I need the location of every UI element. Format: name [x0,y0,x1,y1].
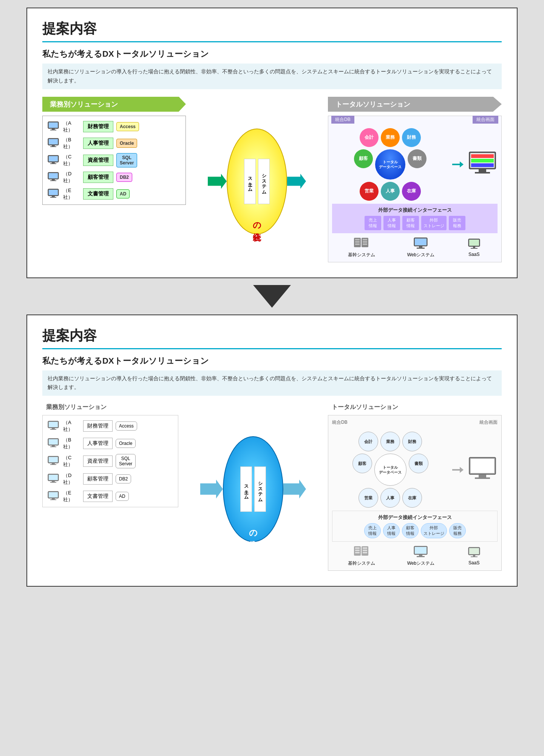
svg-rect-11 [50,163,56,164]
db-d2: DB2 [116,474,131,483]
company-e2-label: （E社） [63,490,80,503]
table-row: （E社） 文書管理 AD [46,187,182,201]
system-label-saas: SaaS [468,252,479,257]
slide2-description: 社内業務にソリューションの導入を行った場合に抱える閉鎖性、非効率、不整合といった… [42,370,502,396]
svg-rect-14 [52,179,55,180]
svg-rect-76 [363,552,367,553]
db-c: SQLServer [116,153,137,167]
svg-rect-78 [415,547,427,554]
svg-rect-79 [419,555,422,556]
left-header-2: 業務別ソリューション [42,403,178,411]
systems-row: 基幹システム Webシステム [332,237,498,258]
computer-icon [46,473,60,485]
right-header-2: トータルソリューション [328,403,502,411]
slide1-subtitle: 私たちが考えるDXトータルソリューション [42,48,502,60]
ext-item-sales: 売上情報 [365,216,381,230]
bubble2-customer: 顧客 [352,454,372,473]
company-e-label: （E社） [63,187,80,201]
svg-rect-49 [49,439,58,445]
system-item-saas: SaaS [467,237,482,258]
table-row: （C社） 資産管理 SQLServer [46,153,182,167]
pc-icon-2 [412,545,429,559]
ext-item2-sales2: 販売報務 [449,523,466,538]
company-a-label: （A社） [63,120,80,133]
cloud-icon-2 [467,545,482,559]
dept-d2: 顧客管理 [83,473,113,485]
slide2-title: 提案内容 [42,327,502,349]
systems-row-2: 基幹システム Webシステム [332,545,498,567]
svg-rect-75 [363,550,367,551]
svg-rect-54 [52,463,55,464]
server-icon [352,237,371,250]
db-b: Oracle [116,139,137,148]
system-bar-2: システム [254,466,266,512]
svg-rect-13 [49,173,58,178]
company-a2-label: （A社） [63,419,80,433]
scheme-bar-2: スキーム [240,466,252,512]
company-list-2: （A社） 財務管理 Access （B社） 人事管理 Oracle [42,415,178,507]
ext-item2-sales: 売上情報 [364,523,381,538]
company-b-label: （B社） [63,136,80,150]
slide1-description: 社内業務にソリューションの導入を行った場合に抱える閉鎖性、非効率、不整合といった… [42,64,502,89]
right-arrow [287,174,306,189]
company-d-label: （D社） [63,170,80,184]
svg-rect-18 [52,196,55,197]
server-icon-2 [352,545,371,559]
right-section: トータルソリューション 統合DB 統合画面 会計 業務 財務 顧客 トータルデー… [328,97,502,266]
svg-rect-62 [52,498,55,499]
svg-rect-25 [471,163,494,167]
ext-interface: 外部データ接続インターフェース 売上情報 人事情報 顧客情報 外部ストレージ 販… [332,204,498,233]
svg-rect-46 [52,428,55,429]
ext-item2-storage: 外部ストレージ [421,523,447,538]
svg-rect-57 [49,475,58,480]
svg-rect-47 [50,429,56,430]
svg-rect-37 [415,239,427,245]
computer-icon [46,121,60,132]
arrow-icon [452,161,464,168]
company-c2-label: （C社） [63,454,80,468]
svg-rect-17 [49,190,58,195]
company-list: （A社） 財務管理 Access （B社） 人事管理 Oracle [42,116,186,205]
svg-marker-64 [452,467,464,473]
ext-items: 売上情報 人事情報 顧客情報 外部ストレージ 販売報務 [335,216,495,230]
ext-item-customer: 顧客情報 [402,216,419,230]
bubble2-hr: 人事 [380,488,400,508]
ext-interface-label-2: 外部データ接続インターフェース [335,514,494,521]
slide2: 提案内容 私たちが考えるDXトータルソリューション 社内業務にソリューションの導… [26,314,518,587]
computer-icon [46,188,60,200]
between-slides-arrow [253,278,291,314]
svg-rect-45 [49,422,58,427]
ext-item-storage: 外部ストレージ [421,216,447,230]
ext-item2-hr: 人事情報 [383,523,400,538]
svg-rect-70 [355,547,360,549]
bubble-customer: 顧客 [354,149,373,168]
system-item-core: 基幹システム [348,237,375,258]
bubble2-inventory: 在庫 [402,488,422,508]
svg-rect-72 [355,552,360,553]
table-row: （E社） 文書管理 AD [46,490,174,503]
left-arrow-2 [200,480,223,499]
left-header: 業務別ソリューション [42,97,186,112]
computer-icon [46,491,60,502]
svg-rect-59 [50,482,56,483]
bubble2-business: 業務 [380,432,400,451]
computer-icon [46,420,60,432]
svg-rect-29 [355,239,360,240]
slide2-subtitle: 私たちが考えるDXトータルソリューション [42,355,502,367]
svg-rect-71 [355,550,360,551]
oval-integration: スキーム システム の統合 [227,129,287,234]
total-screen-label: 統合画面 [473,116,498,124]
computer-icon [46,138,60,149]
svg-rect-39 [417,248,425,249]
svg-rect-43 [471,248,478,249]
left-section-2: 業務別ソリューション （A社） 財務管理 Access [42,403,178,575]
computer-icon [46,438,60,449]
svg-rect-19 [50,197,56,198]
db-c2: SQLServer [116,454,136,468]
bubble-finance: 財務 [402,128,421,147]
slide2-diagram: 業務別ソリューション （A社） 財務管理 Access [42,403,502,575]
svg-rect-53 [49,457,58,462]
svg-rect-83 [473,555,475,556]
middle-section-2: スキーム システム の統合 [178,403,328,575]
svg-rect-26 [479,169,486,172]
